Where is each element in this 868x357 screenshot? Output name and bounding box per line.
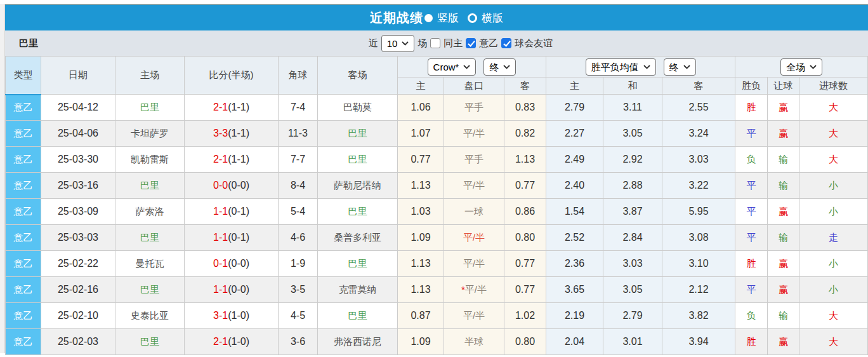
horizontal-layout-label[interactable]: 横版 bbox=[482, 11, 503, 25]
handicap-outcome: 赢 bbox=[768, 251, 799, 277]
match-row: 意乙 25-04-12 巴里 2-1(1-1) 7-4 巴勒莫 1.06 平手 … bbox=[6, 95, 868, 121]
vertical-layout-label[interactable]: 竖版 bbox=[437, 11, 459, 25]
eu-home-odds: 2.40 bbox=[546, 173, 603, 199]
handicap-outcome: 赢 bbox=[768, 329, 799, 355]
eu-draw-odds: 3.03 bbox=[603, 251, 662, 277]
goals-outcome: 大 bbox=[799, 329, 868, 355]
league-type-cell: 意乙 bbox=[6, 147, 41, 173]
eu-draw-odds: 3.11 bbox=[603, 95, 662, 121]
score-cell: 3-1(1-0) bbox=[185, 303, 279, 329]
horizontal-layout-radio[interactable] bbox=[468, 13, 477, 23]
ah-time-select[interactable]: 终 bbox=[483, 58, 516, 76]
match-row: 意乙 25-03-30 凯勒雷斯 2-1(1-1) 7-7 巴里 0.77 平手… bbox=[6, 147, 868, 173]
same-home-label[interactable]: 同主 bbox=[444, 37, 463, 50]
ah-home-odds: 1.06 bbox=[398, 95, 444, 121]
handicap-outcome: 输 bbox=[768, 225, 799, 251]
scope-select[interactable]: 全场 bbox=[780, 58, 822, 76]
col-header-ah-away: 客 bbox=[504, 77, 546, 95]
away-team: 巴里 bbox=[318, 199, 398, 225]
col-header-ah-line: 盘口 bbox=[444, 77, 504, 95]
league-label[interactable]: 意乙 bbox=[479, 37, 498, 50]
league-type-cell: 意乙 bbox=[6, 277, 41, 303]
eu-draw-odds: 2.88 bbox=[603, 173, 662, 199]
result-outcome: 胜 bbox=[735, 251, 768, 277]
league-type-cell: 意乙 bbox=[6, 225, 41, 251]
home-team: 萨索洛 bbox=[115, 199, 185, 225]
chevron-down-icon bbox=[402, 41, 409, 46]
ah-line-text: 平/半 bbox=[463, 258, 485, 269]
halftime-score: (1-1) bbox=[228, 102, 249, 112]
ah-line-text: 平/半 bbox=[463, 128, 485, 138]
ah-away-odds: 1.13 bbox=[504, 147, 546, 173]
filter-bar: 巴里 近 10 场 同主 意乙 球会友谊 bbox=[5, 30, 868, 56]
eu-home-odds: 2.19 bbox=[546, 303, 603, 329]
ah-away-odds: 0.82 bbox=[504, 121, 546, 147]
goals-outcome: 小 bbox=[799, 199, 868, 225]
handicap-outcome: 输 bbox=[768, 173, 799, 199]
ah-away-odds: 0.80 bbox=[504, 225, 546, 251]
handicap-outcome: 赢 bbox=[768, 95, 799, 121]
eu-time-select[interactable]: 终 bbox=[664, 58, 696, 76]
eu-away-odds: 3.22 bbox=[662, 173, 735, 199]
ah-line-text: 平/半 bbox=[463, 180, 485, 191]
left-gutter bbox=[0, 4, 5, 353]
away-team: 巴勒莫 bbox=[318, 95, 398, 121]
ah-line-text: 平手 bbox=[464, 154, 483, 165]
chevron-down-icon bbox=[503, 65, 510, 69]
score-cell: 1-1(0-1) bbox=[185, 225, 279, 251]
halftime-score: (1-0) bbox=[228, 336, 249, 347]
league-checkbox[interactable] bbox=[466, 38, 476, 48]
goals-outcome: 小 bbox=[799, 277, 868, 303]
chevron-down-icon bbox=[463, 65, 470, 69]
fulltime-score: 2-1 bbox=[213, 102, 228, 112]
panel-title: 近期战绩 bbox=[370, 10, 423, 27]
halftime-score: (0-0) bbox=[228, 180, 249, 191]
corner-score: 1-9 bbox=[279, 251, 318, 277]
result-outcome: 平 bbox=[735, 173, 768, 199]
ah-line: 平/半 bbox=[444, 303, 504, 329]
col-header-handicap: 让球 bbox=[768, 77, 799, 95]
eu-home-odds: 2.36 bbox=[546, 251, 603, 277]
home-team: 卡坦萨罗 bbox=[115, 121, 185, 147]
near-label: 近 bbox=[369, 37, 378, 50]
eu-away-odds: 3.03 bbox=[662, 147, 735, 173]
match-row: 意乙 25-02-22 曼托瓦 0-1(0-0) 1-9 巴里 1.13 平/半… bbox=[6, 251, 868, 277]
fulltime-score: 1-1 bbox=[213, 232, 228, 243]
ah-away-odds: 0.77 bbox=[504, 277, 546, 303]
home-team: 巴里 bbox=[115, 329, 185, 355]
score-cell: 0-0(0-0) bbox=[185, 173, 279, 199]
eu-home-odds: 3.65 bbox=[546, 277, 603, 303]
eu-draw-odds: 3.87 bbox=[603, 199, 662, 225]
results-table: 类型 日期 主场 比分(半场) 角球 客场 Crow* 终 bbox=[5, 56, 868, 355]
ah-company-select[interactable]: Crow* bbox=[428, 58, 477, 76]
away-team: 桑普多利亚 bbox=[318, 225, 398, 251]
goals-outcome: 小 bbox=[799, 173, 868, 199]
friendly-checkbox[interactable] bbox=[501, 38, 511, 48]
recent-count-select[interactable]: 10 bbox=[381, 35, 415, 52]
same-home-checkbox[interactable] bbox=[430, 38, 440, 48]
away-team: 巴里 bbox=[318, 303, 398, 329]
corner-score: 8-4 bbox=[279, 173, 318, 199]
halftime-score: (1-0) bbox=[228, 310, 249, 321]
match-row: 意乙 25-02-03 巴里 2-1(1-0) 3-6 弗洛西诺尼 1.09 半… bbox=[6, 329, 868, 355]
match-row: 意乙 25-03-09 萨索洛 1-1(0-1) 5-4 巴里 1.03 一球 … bbox=[6, 199, 868, 225]
ah-line-text: 平/半 bbox=[465, 284, 487, 295]
friendly-label[interactable]: 球会友谊 bbox=[515, 37, 553, 50]
league-type-cell: 意乙 bbox=[6, 173, 41, 199]
ah-line: 平/半 bbox=[444, 225, 504, 251]
match-date: 25-04-12 bbox=[41, 95, 115, 121]
ah-home-odds: 0.77 bbox=[398, 147, 444, 173]
matches-label: 场 bbox=[418, 37, 427, 50]
goals-outcome: 大 bbox=[799, 303, 868, 329]
eu-source-select[interactable]: 胜平负均值 bbox=[586, 58, 656, 76]
ah-line: 平/半 bbox=[444, 251, 504, 277]
fulltime-score: 1-1 bbox=[213, 206, 228, 217]
corner-score: 4-5 bbox=[279, 303, 318, 329]
result-outcome: 胜 bbox=[735, 95, 768, 121]
eu-draw-odds: 3.01 bbox=[603, 329, 662, 355]
ah-away-odds: 0.80 bbox=[504, 329, 546, 355]
league-type-cell: 意乙 bbox=[6, 303, 41, 329]
ah-away-odds: 0.86 bbox=[504, 199, 546, 225]
eu-home-odds: 2.79 bbox=[546, 95, 603, 121]
vertical-layout-radio[interactable] bbox=[424, 14, 433, 22]
